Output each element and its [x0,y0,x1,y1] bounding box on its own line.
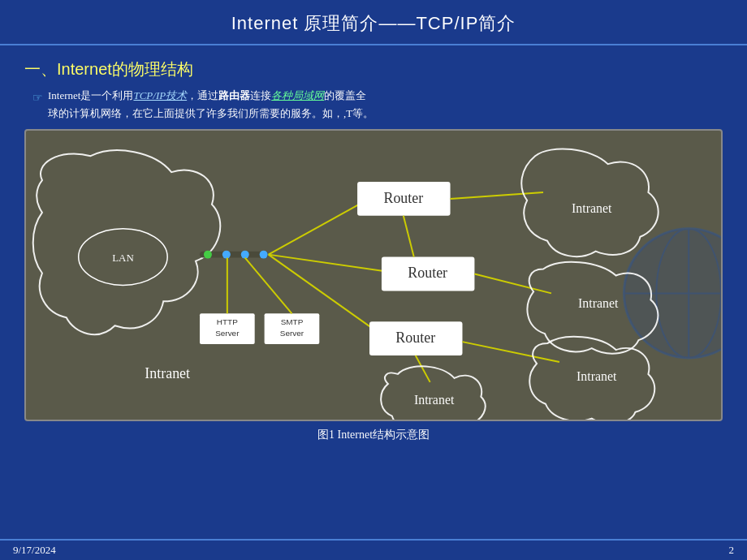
svg-text:Intranet: Intranet [145,365,190,381]
svg-text:Server: Server [215,329,240,338]
svg-text:Router: Router [408,265,447,282]
svg-text:Intranet: Intranet [572,201,612,215]
text-part-2: ，通过 [187,89,218,101]
footer-date: 9/17/2024 [13,544,56,557]
lan-text: 各种局域网 [271,89,324,101]
slide-content: 一、Internet的物理结构 ☞ Internet是一个利用TCP/IP技术，… [0,45,747,446]
router-text: 路由器 [218,89,250,101]
slide-title: Internet 原理简介——TCP/IP简介 [231,13,516,33]
text-part-3: 连接 [250,89,271,101]
svg-text:Intranet: Intranet [414,393,455,407]
svg-text:Intranet: Intranet [576,369,617,383]
tcp-ip-text: TCP/IP技术 [133,89,187,101]
svg-text:Router: Router [383,190,423,206]
diagram-caption: 图1 Internet结构示意图 [24,424,723,446]
network-diagram: LAN HTTP Server SMTP Server Intranet [24,129,723,421]
svg-text:Server: Server [280,329,304,338]
svg-text:Intranet: Intranet [578,296,619,310]
slide-header: Internet 原理简介——TCP/IP简介 [0,0,747,45]
footer-page: 2 [729,544,735,557]
bullet-content: Internet是一个利用TCP/IP技术，通过路由器连接各种局域网的覆盖全 球… [48,87,723,123]
svg-text:Router: Router [395,330,435,346]
svg-text:LAN: LAN [112,252,134,264]
svg-point-12 [260,251,268,259]
svg-text:SMTP: SMTP [281,317,304,326]
text-part-4: 的覆盖全 [324,89,366,101]
text-part-1: Internet是一个利用 [48,89,133,101]
text-part-5: 球的计算机网络，在它上面提供了许多我们所需要的服务。如，,T等。 [48,107,374,119]
section-title: 一、Internet的物理结构 [24,58,723,80]
bullet-item: ☞ Internet是一个利用TCP/IP技术，通过路由器连接各种局域网的覆盖全… [32,87,723,123]
bullet-icon: ☞ [32,88,43,108]
svg-point-11 [241,251,249,259]
svg-text:HTTP: HTTP [217,317,238,326]
slide-footer: 9/17/2024 2 [0,539,747,560]
diagram-svg: LAN HTTP Server SMTP Server Intranet [26,131,721,420]
svg-point-9 [204,251,212,259]
svg-point-10 [222,251,231,259]
